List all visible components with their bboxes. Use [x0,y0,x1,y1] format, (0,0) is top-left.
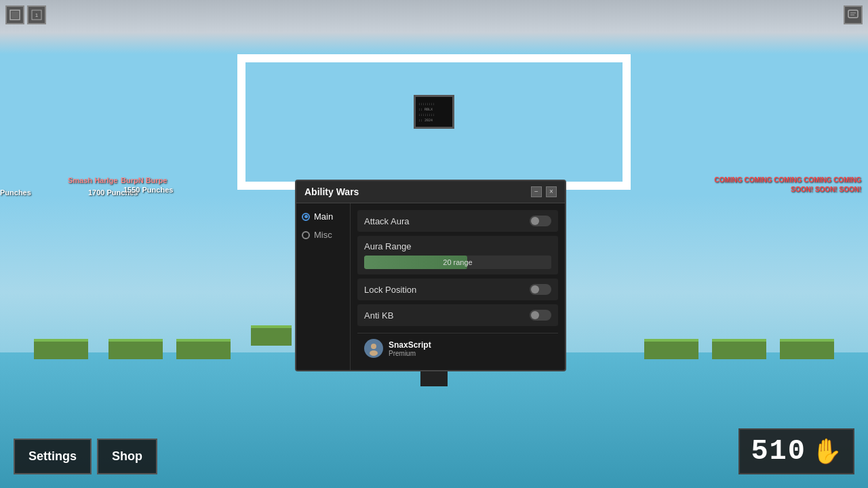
attack-aura-toggle[interactable] [530,216,551,226]
radio-misc [302,231,310,239]
modal-title: Ability Wars [304,186,359,197]
close-button[interactable]: × [546,186,557,197]
sidebar-item-main[interactable]: Main [302,211,344,222]
aura-range-label: Aura Range [364,241,551,251]
feature-row-lock-position: Lock Position [357,279,558,300]
footer-username: SnaxScript [389,340,431,350]
modal-footer: SnaxScript Premium [357,333,558,363]
feature-row-anti-kb: Anti KB [357,304,558,326]
slider-value-text: 20 range [364,256,551,269]
modal-overlay: Ability Wars − × Main Misc [0,0,868,488]
modal-body: Main Misc Attack Aura Aura Range [296,203,565,370]
modal-titlebar: Ability Wars − × [296,181,565,203]
sidebar-label-main: Main [314,211,333,222]
footer-text: SnaxScript Premium [389,340,431,357]
footer-avatar [364,339,383,358]
modal-main-content: Attack Aura Aura Range 20 range Lock Pos… [351,203,565,370]
modal-controls: − × [531,186,557,197]
sidebar-item-misc[interactable]: Misc [302,230,344,240]
radio-main [302,213,310,221]
modal-sidebar: Main Misc [296,203,351,370]
attack-aura-label: Attack Aura [364,216,409,226]
anti-kb-label: Anti KB [364,310,393,321]
feature-row-aura-range: Aura Range 20 range [357,236,558,274]
sidebar-label-misc: Misc [314,230,332,240]
svg-point-14 [370,350,378,356]
aura-range-slider[interactable]: 20 range [364,256,551,269]
footer-subtitle: Premium [389,350,431,357]
minimize-button[interactable]: − [531,186,542,197]
ability-wars-modal: Ability Wars − × Main Misc [295,180,566,371]
lock-position-toggle[interactable] [530,284,551,295]
svg-point-13 [371,344,376,349]
anti-kb-toggle[interactable] [530,310,551,321]
lock-position-label: Lock Position [364,285,416,295]
feature-row-attack-aura: Attack Aura [357,210,558,232]
